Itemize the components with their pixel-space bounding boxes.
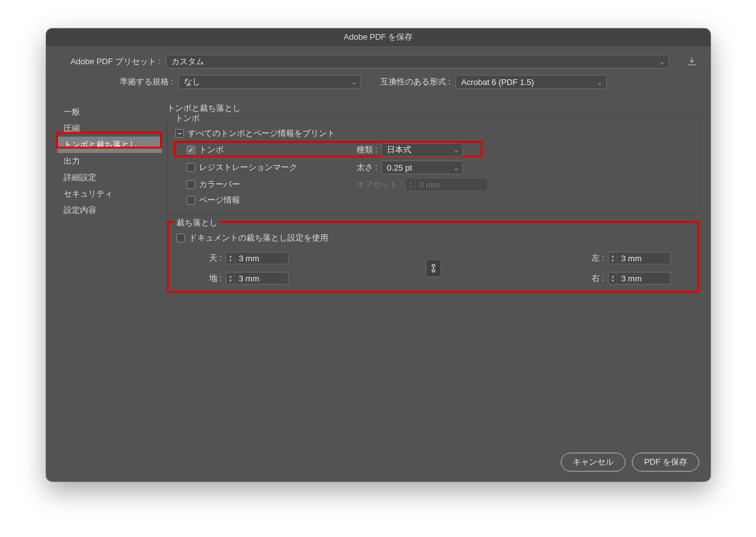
pageinfo-label: ページ情報	[199, 195, 240, 206]
sidebar-item-general[interactable]: 一般	[57, 104, 162, 120]
stepper-arrows-icon[interactable]: ▴▾	[609, 273, 617, 284]
link-bleed-icon[interactable]	[426, 259, 441, 277]
bleed-group-label: 裁ち落とし	[174, 217, 220, 229]
sidebar-item-compression[interactable]: 圧縮	[57, 120, 162, 137]
window-title: Adobe PDF を保存	[344, 31, 413, 43]
registration-marks-label: レジストレーションマーク	[199, 162, 297, 173]
bleed-top-field[interactable]: ▴▾ 3 mm	[226, 252, 289, 264]
save-pdf-button[interactable]: PDF を保存	[632, 453, 699, 472]
registration-marks-checkbox[interactable]	[186, 163, 195, 172]
standard-select[interactable]: なし⌄	[178, 75, 361, 89]
stepper-arrows-icon[interactable]: ▴▾	[609, 252, 617, 264]
sidebar-item-advanced[interactable]: 詳細設定	[57, 169, 162, 186]
bleed-group: 裁ち落とし ドキュメントの裁ち落とし設定を使用 天 : ▴▾ 3 mm	[167, 221, 699, 293]
use-doc-bleed-checkbox[interactable]	[176, 234, 185, 242]
colorbars-label: カラーバー	[199, 179, 240, 190]
chevron-down-icon: ⌄	[597, 79, 602, 86]
preset-label: Adobe PDF プリセット :	[59, 56, 166, 67]
content-panel: トンボと裁ち落とし トンボ すべてのトンボとページ情報をプリント ト	[162, 100, 699, 439]
preset-select[interactable]: カスタム⌄	[166, 55, 669, 69]
chevron-down-icon: ⌄	[660, 59, 665, 65]
compat-label: 互換性のある形式 :	[361, 76, 455, 88]
download-preset-icon[interactable]	[685, 55, 698, 68]
pageinfo-checkbox[interactable]	[186, 196, 195, 205]
category-sidebar: 一般 圧縮 トンボと裁ち落とし 出力 詳細設定 セキュリティ 設定内容	[57, 100, 162, 439]
compat-select[interactable]: Acrobat 6 (PDF 1.5)⌄	[455, 75, 607, 89]
bleed-right-field[interactable]: ▴▾ 3 mm	[608, 272, 671, 285]
sidebar-item-output[interactable]: 出力	[57, 153, 162, 169]
standard-label: 準拠する規格 :	[59, 76, 178, 88]
trim-marks-label: トンボ	[199, 144, 224, 155]
marks-group-label: トンボ	[173, 113, 202, 124]
cancel-button[interactable]: キャンセル	[561, 453, 626, 472]
trim-marks-checkbox[interactable]	[186, 145, 195, 154]
chevron-down-icon: ⌄	[454, 164, 459, 171]
mark-type-select[interactable]: 日本式⌄	[381, 143, 463, 157]
dialog-footer: キャンセル PDF を保存	[46, 446, 711, 482]
bleed-top-label: 天 :	[195, 252, 226, 264]
bleed-left-field[interactable]: ▴▾ 3 mm	[608, 252, 671, 264]
bleed-left-label: 左 :	[578, 252, 608, 264]
mark-weight-label: 太さ :	[357, 162, 377, 173]
sidebar-item-marks-bleeds[interactable]: トンボと裁ち落とし	[57, 137, 162, 153]
top-options: Adobe PDF プリセット : カスタム⌄ 準拠する規格 : なし⌄ 互換性…	[46, 46, 711, 100]
offset-field: ▴▾ 0 mm	[406, 178, 488, 191]
print-all-marks-label: すべてのトンボとページ情報をプリント	[188, 128, 335, 139]
marks-group: トンボ すべてのトンボとページ情報をプリント トンボ	[167, 118, 699, 215]
sidebar-item-summary[interactable]: 設定内容	[57, 202, 162, 218]
titlebar: Adobe PDF を保存	[46, 28, 711, 46]
chevron-down-icon: ⌄	[454, 147, 459, 154]
print-all-marks-checkbox[interactable]	[175, 129, 184, 138]
mark-weight-select[interactable]: 0.25 pt⌄	[381, 161, 463, 174]
stepper-arrows-icon[interactable]: ▴▾	[226, 273, 235, 284]
section-title: トンボと裁ち落とし	[167, 100, 699, 118]
stepper-arrows-icon[interactable]: ▴▾	[226, 252, 235, 264]
colorbars-checkbox[interactable]	[186, 180, 195, 189]
mark-type-label: 種類 :	[357, 144, 377, 155]
bleed-bottom-field[interactable]: ▴▾ 3 mm	[226, 272, 289, 285]
use-doc-bleed-label: ドキュメントの裁ち落とし設定を使用	[189, 232, 328, 244]
offset-label: オフセット :	[357, 179, 402, 190]
bleed-right-label: 右 :	[578, 273, 608, 284]
chevron-down-icon: ⌄	[352, 79, 357, 86]
sidebar-item-security[interactable]: セキュリティ	[57, 186, 162, 202]
save-pdf-dialog: Adobe PDF を保存 Adobe PDF プリセット : カスタム⌄ 準拠…	[46, 28, 711, 482]
bleed-bottom-label: 地 :	[195, 273, 226, 284]
